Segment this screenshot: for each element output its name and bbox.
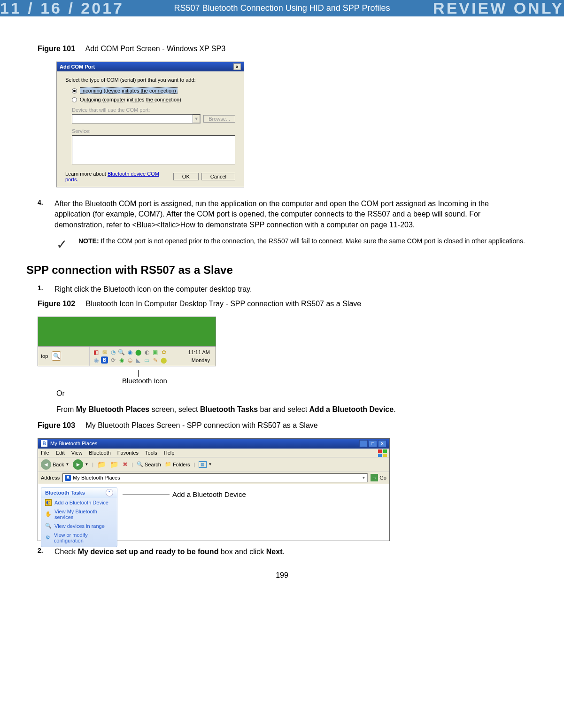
forward-button[interactable]: ► ▼ <box>73 459 88 470</box>
minimize-button[interactable]: _ <box>359 440 368 447</box>
radio-outgoing[interactable] <box>72 97 77 102</box>
collapse-icon[interactable]: ⌃ <box>106 489 113 496</box>
windows-logo-icon <box>378 449 387 458</box>
figure-103-caption: Figure 103 My Bluetooth Places Screen - … <box>38 421 526 430</box>
views-button[interactable]: ▦ ▼ <box>199 461 212 468</box>
note-label: NOTE: <box>78 237 99 245</box>
tray-time: 11:11 AM <box>188 349 213 355</box>
note-text: NOTE: If the COM port is not opened prio… <box>78 237 525 246</box>
tray-icon[interactable]: ⟳ <box>109 356 116 364</box>
address-input[interactable]: B My Bluetooth Places ▼ <box>62 473 368 482</box>
section-heading: SPP connection with RS507 as a Slave <box>26 263 526 277</box>
tray-icon[interactable]: ⬤ <box>160 356 167 364</box>
tray-icon[interactable]: ◉ <box>118 356 125 364</box>
browse-button[interactable]: Browse... <box>203 115 235 123</box>
menu-tools[interactable]: Tools <box>145 450 157 456</box>
search-icon[interactable]: 🔍 <box>52 351 61 361</box>
back-icon: ◄ <box>41 459 51 470</box>
add-device-callout: Add a Bluetooth Device <box>172 490 246 498</box>
figure-102-label: Figure 102 <box>38 300 75 308</box>
menu-favorites[interactable]: Favorites <box>117 450 139 456</box>
menu-bluetooth[interactable]: Bluetooth <box>89 450 110 456</box>
learn-more-text: Learn more about Bluetooth device COM po… <box>65 171 173 182</box>
task-modify-config[interactable]: ⚙ View or modify configuration <box>41 531 117 545</box>
menu-file[interactable]: File <box>41 450 49 456</box>
task-view-services[interactable]: ✋ View My Bluetooth services <box>41 507 117 521</box>
folders-toggle[interactable]: 📁 Folders <box>165 461 190 467</box>
dialog-prompt: Select the type of COM (serial) port tha… <box>65 77 235 83</box>
step-4-text: After the Bluetooth COM port is assigned… <box>54 199 526 230</box>
tray-icon[interactable]: ✎ <box>152 356 159 364</box>
tray-icon[interactable]: ◐ <box>143 349 150 356</box>
tray-icon[interactable]: ⬤ <box>135 349 142 356</box>
bluetooth-icon[interactable]: B <box>101 356 108 364</box>
tray-icon[interactable]: ◉ <box>93 356 100 364</box>
panel-title: Bluetooth Tasks <box>45 490 85 496</box>
forward-icon: ► <box>73 459 83 470</box>
close-button[interactable]: × <box>378 440 386 447</box>
figure-102-text: Bluetooth Icon In Computer Desktop Tray … <box>85 300 361 308</box>
search-icon: 🔍 <box>137 461 143 467</box>
close-icon[interactable]: × <box>233 63 241 70</box>
add-device-icon: ◐ <box>45 499 52 506</box>
step-2: 2. Check My device set up and ready to b… <box>38 547 526 557</box>
tray-icon[interactable]: ✿ <box>160 349 167 356</box>
ok-button[interactable]: OK <box>173 173 199 180</box>
folder-up-icon: 📁 <box>97 460 106 469</box>
tray-icon[interactable]: ◧ <box>93 349 100 356</box>
watermark-review: REVIEW ONLY <box>433 0 564 16</box>
watermark-date: 11 / 16 / 2017 <box>0 0 124 16</box>
menu-view[interactable]: View <box>71 450 83 456</box>
tray-icon[interactable]: ◣ <box>135 356 142 364</box>
bluetooth-icon-callout: Bluetooth Icon <box>122 377 526 385</box>
service-listbox[interactable] <box>72 135 235 164</box>
range-icon: 🔍 <box>45 523 52 529</box>
up-button[interactable]: 📁 <box>97 460 106 469</box>
step-2-text: Check My device set up and ready to be f… <box>54 547 526 557</box>
back-button[interactable]: ◄ Back ▼ <box>41 459 69 470</box>
task-view-range[interactable]: 🔍 View devices in range <box>41 521 117 531</box>
tray-icon[interactable]: ▣ <box>152 349 159 356</box>
delete-button[interactable]: ✖ <box>123 461 128 468</box>
from-text: From My Bluetooth Places screen, select … <box>56 405 526 414</box>
tray-icon[interactable]: ◔ <box>109 349 116 356</box>
address-bar: Address B My Bluetooth Places ▼ → Go <box>38 472 389 484</box>
search-button[interactable]: 🔍 Search <box>137 461 161 467</box>
step-1-text: Right click the Bluetooth icon on the co… <box>54 284 526 294</box>
radio-incoming[interactable] <box>72 88 77 93</box>
tray-icon[interactable]: 🔍 <box>118 349 125 356</box>
side-panel: Bluetooth Tasks ⌃ ◐ Add a Bluetooth Devi… <box>38 484 120 541</box>
radio-incoming-label: Incoming (device initiates the connectio… <box>80 87 178 94</box>
menu-help[interactable]: Help <box>164 450 175 456</box>
chevron-down-icon: ▼ <box>193 115 200 123</box>
dialog-title: Add COM Port <box>60 64 95 70</box>
radio-outgoing-label: Outgoing (computer initiates the connect… <box>80 97 181 102</box>
cancel-button[interactable]: Cancel <box>201 173 235 180</box>
tray-icon[interactable]: ◉ <box>126 349 133 356</box>
step-4: 4. After the Bluetooth COM port is assig… <box>38 199 526 230</box>
window-title: My Bluetooth Places <box>50 441 97 446</box>
go-icon: → <box>371 474 378 481</box>
step-4-num: 4. <box>38 199 47 230</box>
panel-header: Bluetooth Tasks ⌃ <box>41 488 117 498</box>
separator: | <box>194 462 195 467</box>
figure-103-label: Figure 103 <box>38 421 75 429</box>
bluetooth-icon: B <box>41 440 47 447</box>
delete-icon: ✖ <box>123 461 128 468</box>
add-com-port-dialog: Add COM Port × Select the type of COM (s… <box>56 62 244 187</box>
taskbar: top 🔍 ◧ ✉ ◔ 🔍 ◉ ⬤ ◐ ▣ ✿ 11:11 AM ◉ <box>38 346 216 366</box>
system-tray: ◧ ✉ ◔ 🔍 ◉ ⬤ ◐ ▣ ✿ 11:11 AM ◉ B ⟳ ◉ ◒ <box>90 348 216 364</box>
device-combo[interactable]: ▼ <box>72 114 201 124</box>
menu-edit[interactable]: Edit <box>56 450 65 456</box>
tray-icon[interactable]: ✉ <box>101 349 108 356</box>
tab-text: top <box>41 353 48 359</box>
go-button[interactable]: → Go <box>371 474 386 481</box>
note-block: ✓ NOTE: If the COM port is not opened pr… <box>56 237 526 252</box>
tray-icon[interactable]: ▭ <box>143 356 150 364</box>
taskbar-tab: top 🔍 <box>38 347 90 366</box>
task-add-device[interactable]: ◐ Add a Bluetooth Device <box>41 498 117 507</box>
tray-icon[interactable]: ◒ <box>126 356 133 364</box>
device-label: Device that will use the COM port: <box>72 107 235 113</box>
maximize-button[interactable]: □ <box>369 440 377 447</box>
folders-button[interactable]: 📁 <box>110 460 119 469</box>
